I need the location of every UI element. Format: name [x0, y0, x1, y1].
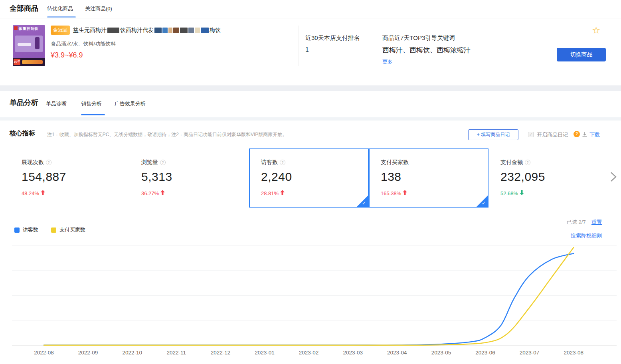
- top-keywords-label: 商品近7天TOP3引导关键词: [382, 34, 455, 42]
- top-tab-bar: 全部商品 待优化商品 关注商品(0): [0, 0, 621, 18]
- product-category: 食品酒水/水、饮料/功能饮料: [51, 40, 116, 47]
- x-axis-tick-label: 2023-05: [431, 350, 451, 356]
- tab-ad-effect[interactable]: 广告效果分析: [115, 100, 146, 107]
- analysis-title: 单品分析: [10, 98, 38, 107]
- reset-link[interactable]: 重置: [591, 219, 602, 226]
- trend-arrow-icon: [403, 190, 407, 196]
- trend-arrow-icon: [160, 190, 165, 196]
- legend-label: 访客数: [23, 226, 38, 233]
- product-price: ¥3.9~¥6.9: [51, 51, 83, 59]
- switch-product-button[interactable]: 切换商品: [557, 48, 606, 61]
- metric-label: 支付买家数: [381, 159, 409, 166]
- x-axis-tick-label: 2023-04: [387, 350, 407, 356]
- write-product-diary-button[interactable]: + 填写商品日记: [468, 129, 518, 140]
- tab-watched-products[interactable]: 关注商品(0): [85, 5, 112, 12]
- chart-legend: 访客数 支付买家数: [14, 226, 85, 233]
- pay-rank-value: 1: [305, 46, 309, 53]
- trend-arrow-icon: [520, 190, 524, 196]
- metric-value: 5,313: [141, 170, 249, 184]
- thumb-red-square: [14, 26, 18, 30]
- help-icon[interactable]: ?: [280, 160, 285, 165]
- trend-arrow-icon: [280, 190, 285, 196]
- x-axis-tick-label: 2022-12: [211, 350, 231, 356]
- metric-card-visitors[interactable]: 访客数? 2,240 28.81% ✓: [249, 148, 369, 208]
- metric-card-payment-amount[interactable]: 支付金额? 232,095 52.68% ✓: [488, 148, 608, 208]
- panel-divider: [299, 26, 299, 66]
- x-axis-tick-label: 2022-10: [122, 350, 142, 356]
- selected-check-icon: ✓: [476, 195, 488, 207]
- analysis-tab-bar: 单品分析 单品诊断 销售分析 广告效果分析: [0, 91, 621, 117]
- metric-change: 165.38%: [381, 190, 488, 196]
- product-analytics-page: 全部商品 待优化商品 关注商品(0) 体重控制饮 10年 金冠品 益生元西梅汁饮…: [0, 0, 621, 364]
- core-metrics-title: 核心指标: [10, 129, 35, 138]
- search-demotion-rules-link[interactable]: 搜索降权细则: [571, 232, 602, 239]
- trend-arrow-icon: [41, 190, 45, 196]
- download-link[interactable]: 下载: [589, 131, 600, 138]
- metric-change: 52.68%: [500, 190, 608, 196]
- diary-checkbox[interactable]: ✓: [528, 132, 534, 137]
- product-thumbnail[interactable]: 体重控制饮 10年: [13, 25, 45, 66]
- metric-label: 支付金额: [500, 159, 523, 166]
- help-icon[interactable]: ?: [46, 160, 51, 165]
- thumb-top-text: 体重控制饮: [19, 26, 39, 32]
- metric-cards-row: 展现次数? 154,887 48.24% ✓ 浏览量? 5,313 36.27%…: [10, 148, 609, 208]
- more-link[interactable]: 更多: [382, 58, 393, 65]
- thumb-orange-bar: [22, 60, 43, 64]
- metrics-next-chevron-icon[interactable]: [609, 172, 618, 182]
- metric-change: 48.24%: [22, 190, 129, 196]
- favorite-star-icon[interactable]: ☆: [592, 26, 601, 35]
- metric-card-paying-buyers[interactable]: 支付买家数? 138 165.38% ✓: [369, 148, 488, 208]
- x-axis-tick-label: 2022-09: [78, 350, 98, 356]
- download-icon[interactable]: [582, 132, 587, 137]
- x-axis-tick-label: 2022-11: [167, 350, 186, 356]
- legend-swatch: [14, 228, 20, 233]
- metric-label: 访客数: [261, 159, 278, 166]
- product-summary-panel: 体重控制饮 10年 金冠品 益生元西梅汁饮西梅汁代发梅饮 食品酒水/水、饮料/功…: [0, 18, 621, 85]
- diary-help-icon[interactable]: ?: [574, 131, 580, 137]
- help-icon[interactable]: ?: [160, 160, 166, 165]
- gold-crown-badge: 金冠品: [51, 26, 70, 35]
- legend-label: 支付买家数: [59, 226, 85, 233]
- metric-card-impressions[interactable]: 展现次数? 154,887 48.24% ✓: [10, 148, 129, 208]
- tab-sales-analysis[interactable]: 销售分析: [81, 100, 102, 107]
- section-separator: [0, 117, 621, 121]
- thumb-years-badge: 10年: [14, 59, 20, 65]
- metric-value: 138: [381, 170, 488, 184]
- product-title[interactable]: 益生元西梅汁饮西梅汁代发梅饮: [73, 27, 221, 34]
- tab-to-optimize[interactable]: 待优化商品: [47, 5, 73, 12]
- x-axis-tick-label: 2023-02: [299, 350, 319, 356]
- top-keywords-value: 西梅汁、西梅饮、西梅浓缩汁: [382, 46, 471, 55]
- trend-line-chart: 2022-082022-092022-102022-112022-122023-…: [0, 239, 621, 364]
- thumb-bottle: [35, 37, 40, 49]
- tab-all-products[interactable]: 全部商品: [10, 4, 38, 13]
- x-axis-tick-label: 2023-01: [255, 350, 275, 356]
- selected-check-icon: ✓: [356, 195, 368, 207]
- legend-swatch: [51, 228, 56, 233]
- x-axis-tick-label: 2022-08: [34, 350, 54, 356]
- product-title-row: 金冠品 益生元西梅汁饮西梅汁代发梅饮: [51, 26, 306, 35]
- legend-item-paying-buyers[interactable]: 支付买家数: [51, 226, 85, 233]
- active-tab-underline: [47, 16, 76, 18]
- x-axis-tick-label: 2023-03: [343, 350, 363, 356]
- line-chart-svg: 2022-082022-092022-102022-112022-122023-…: [0, 239, 621, 364]
- selected-count-label: 已选 2/7: [567, 219, 586, 226]
- metric-change: 36.27%: [141, 190, 249, 196]
- metric-value: 2,240: [261, 170, 368, 184]
- metric-label: 展现次数: [22, 159, 44, 166]
- section-separator: [0, 85, 621, 91]
- metric-change: 28.81%: [261, 190, 368, 196]
- core-metrics-note: 注1：收藏、加购指标暂无PC、无线分端数据，敬请期待；注2：商品日记功能目前仅对…: [47, 131, 287, 138]
- diary-toggle-label: 开启商品日记: [537, 131, 568, 138]
- help-icon[interactable]: ?: [525, 160, 530, 165]
- active-tab-underline: [81, 114, 105, 115]
- metric-label: 浏览量: [141, 159, 158, 166]
- legend-item-visitors[interactable]: 访客数: [14, 226, 38, 233]
- x-axis-tick-label: 2023-08: [564, 350, 583, 356]
- tab-item-diagnosis[interactable]: 单品诊断: [46, 100, 67, 107]
- pay-rank-label: 近30天本店支付排名: [305, 34, 360, 42]
- metric-value: 232,095: [500, 170, 608, 184]
- thumb-pill: [18, 43, 31, 46]
- metric-value: 154,887: [22, 170, 129, 184]
- x-axis-tick-label: 2023-07: [520, 350, 540, 356]
- metric-card-pageviews[interactable]: 浏览量? 5,313 36.27% ✓: [129, 148, 249, 208]
